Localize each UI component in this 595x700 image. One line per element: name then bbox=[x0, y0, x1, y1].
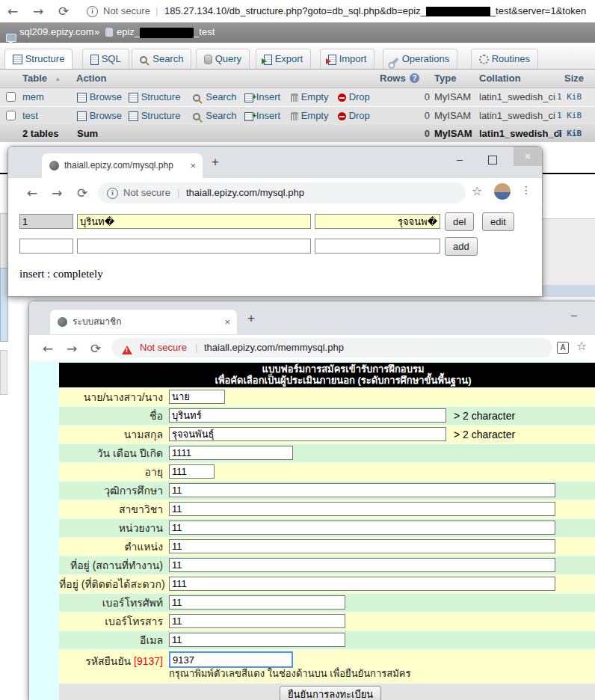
record-name-field[interactable] bbox=[77, 214, 311, 229]
field-label: เบอร์โทรสาร bbox=[59, 612, 167, 630]
add-button[interactable]: add bbox=[445, 237, 478, 256]
help-icon[interactable]: ? bbox=[410, 73, 419, 83]
action-insert-link[interactable]: Insert bbox=[244, 107, 280, 125]
table-name-link[interactable]: mem bbox=[22, 88, 44, 106]
verify-code-value: [9137] bbox=[134, 655, 163, 667]
omnibox[interactable]: i Not secure | thaiall.epizy.com/mysql.p… bbox=[98, 182, 466, 203]
forward-icon[interactable]: → bbox=[67, 337, 77, 360]
new-tab-icon[interactable]: + bbox=[247, 311, 255, 326]
structure-icon bbox=[129, 111, 138, 121]
new-surname-field[interactable] bbox=[315, 239, 440, 254]
query-icon bbox=[204, 55, 212, 64]
action-search-link[interactable]: Search bbox=[193, 88, 236, 106]
insert-icon bbox=[244, 93, 253, 102]
position-field[interactable] bbox=[169, 539, 555, 553]
breadcrumb-db-link[interactable]: epiz__test bbox=[117, 22, 215, 42]
maximize-icon[interactable] bbox=[488, 156, 497, 165]
action-empty-link[interactable]: Empty bbox=[291, 107, 328, 125]
email-field[interactable] bbox=[169, 633, 345, 647]
submit-button[interactable]: ยืนยันการลงทะเบียน bbox=[280, 686, 381, 700]
action-browse-link[interactable]: Browse bbox=[77, 107, 122, 125]
action-drop-link[interactable]: Drop bbox=[338, 88, 370, 106]
record-id-field[interactable] bbox=[19, 214, 73, 229]
action-insert-link[interactable]: Insert bbox=[244, 88, 280, 106]
url-prefix: 185.27.134.10/db_structure.php?goto=db_s… bbox=[164, 5, 426, 16]
organization-field[interactable] bbox=[169, 521, 555, 535]
tab-export[interactable]: Export bbox=[256, 49, 311, 69]
education-field[interactable] bbox=[169, 483, 555, 497]
tab-query[interactable]: Query bbox=[196, 49, 250, 69]
back-icon[interactable]: ← bbox=[7, 0, 18, 22]
tab-search[interactable]: Search bbox=[132, 49, 191, 69]
forward-icon[interactable]: → bbox=[52, 182, 62, 204]
translate-icon[interactable]: A bbox=[557, 342, 569, 354]
info-icon[interactable]: i bbox=[107, 188, 118, 199]
action-browse-link[interactable]: Browse bbox=[77, 88, 122, 106]
bookmark-star-icon[interactable]: ☆ bbox=[472, 184, 482, 198]
back-icon[interactable]: ← bbox=[27, 182, 37, 204]
tab-import[interactable]: Import bbox=[320, 49, 374, 69]
birthdate-field[interactable] bbox=[169, 446, 293, 460]
status-text: insert : completely bbox=[19, 268, 103, 280]
tab-operations[interactable]: Operations bbox=[383, 49, 457, 69]
browser-tab[interactable]: ระบบสมาชิก × bbox=[50, 310, 237, 334]
drop-icon bbox=[338, 112, 346, 120]
omnibox[interactable]: Not secure | thaiall.epizy.com/memmysql.… bbox=[111, 338, 552, 357]
form-row-education: วุฒิการศึกษา bbox=[59, 482, 595, 500]
new-id-field[interactable] bbox=[19, 239, 73, 254]
tab-close-icon[interactable]: × bbox=[224, 310, 230, 334]
col-table[interactable]: Table bbox=[22, 70, 47, 88]
reload-icon[interactable]: ⟳ bbox=[58, 0, 69, 22]
avatar[interactable] bbox=[494, 183, 511, 200]
action-empty-link[interactable]: Empty bbox=[291, 88, 328, 106]
table-row: mem Browse Structure Search Insert Empty… bbox=[0, 88, 595, 106]
breadcrumb-server-link[interactable]: sql209.epizy.com bbox=[19, 22, 93, 42]
tab-close-icon[interactable]: × bbox=[190, 153, 196, 178]
fax-field[interactable] bbox=[169, 614, 345, 628]
tab-sql[interactable]: SQL bbox=[82, 49, 129, 69]
tab-routines[interactable]: Routines bbox=[471, 49, 538, 69]
close-icon[interactable]: × bbox=[514, 147, 542, 166]
db-prefix: epiz_ bbox=[117, 26, 140, 37]
work-address-field[interactable] bbox=[169, 558, 555, 572]
lastname-field[interactable] bbox=[169, 427, 446, 441]
sort-asc-icon[interactable]: ▴ bbox=[56, 70, 60, 88]
row-checkbox[interactable] bbox=[6, 111, 16, 120]
new-tab-icon[interactable]: + bbox=[212, 155, 219, 170]
record-surname-field[interactable] bbox=[315, 214, 440, 229]
new-name-field[interactable] bbox=[77, 239, 311, 254]
reload-icon[interactable]: ⟳ bbox=[90, 337, 101, 360]
action-drop-link[interactable]: Drop bbox=[338, 107, 370, 125]
bookmark-star-icon[interactable]: ☆ bbox=[576, 339, 587, 353]
action-search-link[interactable]: Search bbox=[193, 107, 236, 125]
field-label: นามสกุล bbox=[59, 426, 167, 443]
forward-icon[interactable]: → bbox=[33, 0, 43, 22]
verify-code-field[interactable] bbox=[169, 651, 293, 668]
tab-structure[interactable]: Structure bbox=[4, 49, 73, 69]
edit-button[interactable]: edit bbox=[482, 212, 514, 231]
action-structure-link[interactable]: Structure bbox=[129, 107, 180, 125]
empty-icon bbox=[291, 93, 298, 102]
del-button[interactable]: del bbox=[445, 212, 474, 231]
tab-label: Operations bbox=[402, 53, 450, 64]
firstname-field[interactable] bbox=[169, 408, 446, 423]
phone-field[interactable] bbox=[169, 595, 345, 610]
field-label: อีเมล bbox=[59, 631, 167, 649]
row-checkbox[interactable] bbox=[6, 92, 16, 102]
action-structure-link[interactable]: Structure bbox=[129, 88, 180, 106]
table-name-link[interactable]: test bbox=[22, 107, 38, 125]
contact-address-field[interactable] bbox=[169, 577, 555, 591]
age-field[interactable] bbox=[169, 464, 215, 479]
page-content: แบบฟอร์มการสมัครเข้ารับการฝึกอบรม เพื่อค… bbox=[29, 361, 595, 700]
info-icon[interactable]: i bbox=[87, 6, 98, 17]
title-prefix-field[interactable] bbox=[169, 390, 225, 404]
reload-icon[interactable]: ⟳ bbox=[77, 182, 87, 204]
major-field[interactable] bbox=[169, 502, 555, 516]
browser-tab[interactable]: thaiall.epizy.com/mysql.php × bbox=[42, 153, 203, 178]
minimize-icon[interactable]: – bbox=[457, 152, 463, 167]
omnibox[interactable]: i Not secure | 185.27.134.10/db_structur… bbox=[81, 0, 595, 22]
minimize-icon[interactable]: – bbox=[571, 307, 577, 322]
menu-icon[interactable]: ⋮ bbox=[521, 184, 531, 196]
field-label: วัน เดือน ปีเกิด bbox=[59, 444, 167, 462]
back-icon[interactable]: ← bbox=[43, 337, 53, 360]
